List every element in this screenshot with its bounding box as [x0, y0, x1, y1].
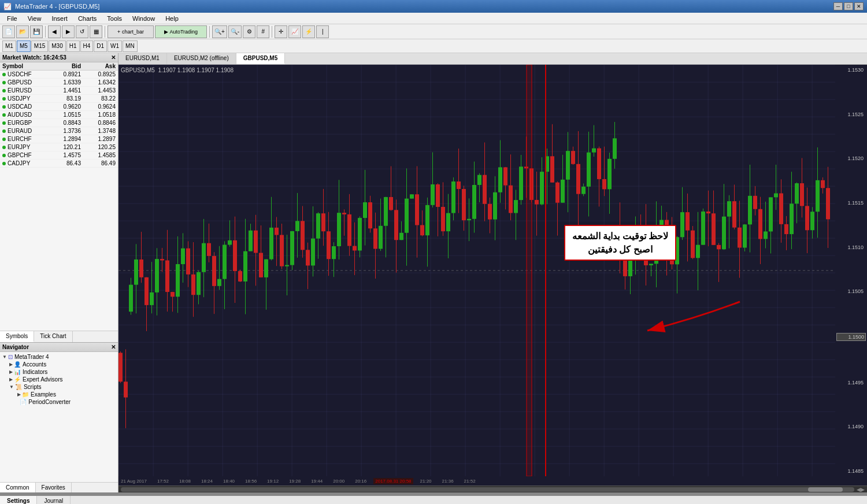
nav-tab-favorites[interactable]: Favorites [36, 483, 72, 492]
x-label-6: 18:56 [245, 479, 257, 484]
nav-item-indicators[interactable]: ▶ 📊 Indicators [1, 368, 117, 376]
market-watch-row[interactable]: EURAUD1.37361.3748 [0, 127, 118, 135]
tab-settings[interactable]: Settings [0, 496, 37, 504]
indicators-button[interactable]: 📈 [288, 25, 301, 38]
menu-charts[interactable]: Charts [73, 14, 101, 23]
mw-col-symbol: Symbol [2, 63, 46, 69]
tf-d1[interactable]: D1 [94, 40, 107, 52]
x-label-4: 18:24 [201, 479, 213, 484]
accounts-icon: 👤 [14, 361, 21, 368]
tab-journal[interactable]: Journal [37, 496, 71, 504]
menu-window[interactable]: Window [128, 14, 160, 23]
chart-tabs: EURUSD,M1 EURUSD,M2 (offline) GBPUSD,M5 [118, 53, 867, 65]
chart-title: GBPUSD,M5 1.1907 1.1908 1.1907 1.1908 [121, 67, 234, 73]
tf-m30[interactable]: M30 [49, 40, 65, 52]
autotrading-icon: ▶ [164, 29, 168, 35]
x-label-5: 18:40 [223, 479, 235, 484]
toolbar-sep-3 [209, 26, 210, 38]
expand-icon: ▼ [2, 354, 7, 360]
nav-item-expert-advisors[interactable]: ▶ ⚡ Expert Advisors [1, 376, 117, 383]
x-label-14: 21:52 [464, 479, 476, 484]
market-watch-close-icon[interactable]: ✕ [111, 54, 116, 61]
title-bar-left: 📈 MetaTrader 4 - [GBPUSD,M5] [3, 3, 99, 10]
new-order-button[interactable]: + chart_bar [108, 25, 154, 38]
pc-expand-icon [17, 399, 18, 405]
y-axis: 1.1530 1.1525 1.1520 1.1515 1.1510 1.150… [835, 65, 867, 476]
x-label-1: 21 Aug 2017 [121, 479, 147, 484]
ea-icon: ⚡ [14, 376, 21, 383]
nav-item-examples[interactable]: ▶ 📁 Examples [1, 391, 117, 398]
scripts-expand-icon: ▼ [9, 384, 14, 390]
scrollbar-thumb[interactable] [808, 487, 843, 492]
tf-h1[interactable]: H1 [66, 40, 80, 52]
tf-m5[interactable]: M5 [17, 40, 31, 52]
close-button[interactable]: ✕ [854, 2, 864, 10]
menu-file[interactable]: File [2, 14, 22, 23]
tf-mn[interactable]: MN [123, 40, 138, 52]
y-label-4: 1.1510 [836, 244, 866, 250]
market-watch-row[interactable]: USDCAD0.96200.9624 [0, 103, 118, 111]
highlighted-bar [545, 65, 546, 476]
tf-m1[interactable]: M1 [2, 40, 16, 52]
menu-bar: File View Insert Charts Tools Window Hel… [0, 13, 867, 24]
market-watch-row[interactable]: EURUSD1.44511.4453 [0, 87, 118, 95]
annotation-line1: لاحظ توقيت بداية الشمعه [572, 231, 668, 242]
auto-trading-button[interactable]: ▶ AutoTrading [155, 25, 207, 38]
tf-w1[interactable]: W1 [108, 40, 122, 52]
chart-tab-eurusd-m2[interactable]: EURUSD,M2 (offline) [167, 53, 236, 64]
market-watch-row[interactable]: AUDUSD1.05151.0518 [0, 111, 118, 119]
annotation-line2: اصبح كل دفيقتين [572, 244, 668, 255]
chart-tab-gbpusd-m5[interactable]: GBPUSD,M5 [236, 53, 285, 64]
scrollbar-track[interactable] [121, 487, 854, 492]
menu-tools[interactable]: Tools [102, 14, 127, 23]
period-sep-button[interactable]: | [316, 25, 329, 38]
nav-item-accounts[interactable]: ▶ 👤 Accounts [1, 361, 117, 368]
market-watch-row[interactable]: EURCHF1.28941.2897 [0, 135, 118, 143]
nav-tab-common[interactable]: Common [0, 483, 36, 492]
open-button[interactable]: 📂 [16, 25, 29, 38]
market-watch-row[interactable]: EURJPY120.21120.25 [0, 143, 118, 151]
new-chart-button[interactable]: 📄 [2, 25, 15, 38]
mw-tab-tick-chart[interactable]: Tick Chart [34, 331, 72, 342]
tf-h4[interactable]: H4 [80, 40, 94, 52]
maximize-button[interactable]: □ [844, 2, 853, 10]
mt4-icon: ⊡ [8, 354, 13, 360]
scripts-icon: 📜 [15, 384, 22, 390]
zoom-out-button[interactable]: 🔍- [228, 25, 242, 38]
grid-button[interactable]: # [257, 25, 269, 38]
crosshair-button[interactable]: ✛ [275, 25, 287, 38]
examples-expand-icon: ▶ [17, 392, 21, 397]
nav-item-period-converter[interactable]: 📄 PeriodConverter [1, 398, 117, 406]
tf-m15[interactable]: M15 [31, 40, 48, 52]
main-toolbar: 📄 📂 💾 ◀ ▶ ↺ ▦ + chart_bar ▶ AutoTrading … [0, 24, 867, 39]
menu-insert[interactable]: Insert [47, 14, 72, 23]
market-watch-row[interactable]: EURGBP0.88430.8846 [0, 119, 118, 127]
navigator-close-icon[interactable]: ✕ [111, 344, 116, 350]
chart-bar-button[interactable]: ▦ [90, 25, 102, 38]
zoom-in-button[interactable]: 🔍+ [212, 25, 227, 38]
chart-scrollbar[interactable]: ◀▶ [118, 486, 867, 492]
properties-button[interactable]: ⚙ [243, 25, 255, 38]
refresh-button[interactable]: ↺ [76, 25, 88, 38]
chart-tab-eurusd-m1[interactable]: EURUSD,M1 [118, 53, 167, 64]
candlestick-canvas [118, 65, 835, 476]
minimize-button[interactable]: ─ [833, 2, 843, 10]
menu-help[interactable]: Help [161, 14, 183, 23]
market-watch-header: Market Watch: 16:24:53 ✕ [0, 53, 118, 62]
scroll-arrows[interactable]: ◀▶ [857, 487, 865, 492]
mw-tab-symbols[interactable]: Symbols [0, 331, 34, 342]
market-watch-row[interactable]: CADJPY86.4386.49 [0, 160, 118, 168]
nav-item-scripts[interactable]: ▼ 📜 Scripts [1, 383, 117, 391]
market-watch-row[interactable]: GBPUSD1.63391.6342 [0, 79, 118, 87]
prev-button[interactable]: ◀ [48, 25, 61, 38]
market-watch-row[interactable]: GBPCHF1.45751.4585 [0, 151, 118, 160]
market-watch-row[interactable]: USDCHF0.89210.8925 [0, 71, 118, 79]
title-bar-controls[interactable]: ─ □ ✕ [833, 2, 864, 10]
market-watch-row[interactable]: USDJPY83.1983.22 [0, 95, 118, 103]
market-watch-tabs: Symbols Tick Chart [0, 331, 118, 342]
nav-item-mt4[interactable]: ▼ ⊡ MetaTrader 4 [1, 353, 117, 361]
expert-button[interactable]: ⚡ [302, 25, 315, 38]
save-button[interactable]: 💾 [30, 25, 43, 38]
next-button[interactable]: ▶ [62, 25, 75, 38]
menu-view[interactable]: View [23, 14, 46, 23]
